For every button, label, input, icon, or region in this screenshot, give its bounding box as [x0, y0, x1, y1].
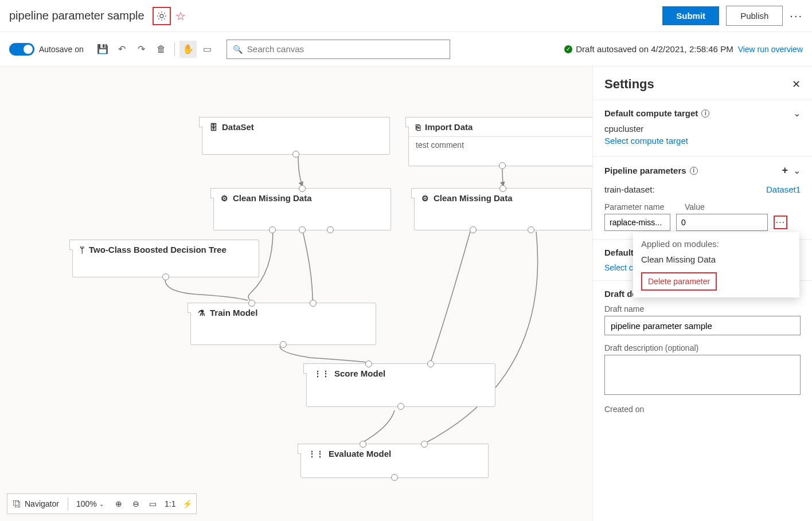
canvas[interactable]: 🗄DataSet ⎘Import Data test comment ⚙Clea…: [0, 66, 592, 521]
draft-name-input[interactable]: [604, 316, 801, 335]
node-clean-missing-1[interactable]: ⚙Clean Missing Data: [213, 188, 391, 230]
pan-icon[interactable]: ✋: [179, 41, 197, 58]
draft-desc-label: Draft description (optional): [604, 343, 801, 352]
node-clean-missing-2[interactable]: ⚙Clean Missing Data: [414, 188, 592, 230]
redo-icon[interactable]: ↷: [133, 41, 150, 58]
search-canvas[interactable]: 🔍: [227, 40, 450, 59]
navigator-button[interactable]: ⿻Navigator: [7, 494, 65, 514]
node-dataset[interactable]: 🗄DataSet: [202, 117, 390, 155]
main-area: 🗄DataSet ⎘Import Data test comment ⚙Clea…: [0, 66, 812, 521]
created-on-label: Created on: [604, 405, 801, 414]
view-run-link[interactable]: View run overview: [738, 45, 803, 54]
import-icon: ⎘: [416, 123, 420, 132]
gear-icon: ⚙: [421, 194, 429, 203]
param-popover: Applied on modules: Clean Missing Data D…: [633, 232, 799, 297]
node-train-model[interactable]: ⚗Train Model: [190, 303, 376, 345]
chevron-down-icon[interactable]: ⌄: [794, 166, 801, 175]
settings-icon-button[interactable]: [153, 7, 171, 25]
col-param-name: Parameter name: [604, 202, 673, 211]
settings-panel: Settings ✕ Default compute target i ⌄ cp…: [592, 66, 812, 521]
close-icon[interactable]: ✕: [792, 78, 801, 91]
undo-icon[interactable]: ↶: [114, 41, 131, 58]
autosave-label: Autosave on: [39, 45, 84, 54]
node-score-model[interactable]: ⋮⋮Score Model: [306, 363, 495, 407]
search-input[interactable]: [247, 44, 444, 54]
success-icon: [564, 45, 572, 53]
zoom-out-icon[interactable]: ⊖: [127, 499, 145, 508]
delete-parameter-button[interactable]: Delete parameter: [641, 272, 717, 291]
autosave-status: Draft autosaved on 4/2/2021, 2:58:46 PM: [576, 44, 733, 54]
param-name-input[interactable]: [604, 214, 670, 231]
popover-title: Applied on modules:: [641, 239, 791, 249]
draft-details-section: Draft details ⌄ Draft name Draft descrip…: [593, 280, 812, 422]
info-icon[interactable]: i: [690, 167, 698, 175]
save-icon[interactable]: 💾: [94, 41, 111, 58]
search-icon: 🔍: [233, 45, 243, 54]
param-value-input[interactable]: [676, 214, 768, 231]
favorite-star-icon[interactable]: ☆: [175, 9, 186, 23]
pipeline-params-section: Pipeline parameters i + ⌄ train-dataset:…: [593, 156, 812, 239]
score-icon: ⋮⋮: [314, 369, 330, 378]
node-decision-tree[interactable]: ᛘTwo-Class Boosted Decision Tree: [72, 240, 259, 277]
more-menu-icon[interactable]: ···: [790, 9, 803, 22]
zoom-level[interactable]: 100%⌄: [71, 494, 110, 514]
publish-button[interactable]: Publish: [726, 6, 783, 26]
param-row-label: train-dataset:: [604, 185, 655, 194]
col-param-value: Value: [685, 202, 705, 211]
node-import-data[interactable]: ⎘Import Data test comment: [408, 117, 592, 166]
navigator-icon: ⿻: [13, 499, 21, 508]
gear-icon: [156, 10, 167, 22]
param-row-value-link[interactable]: Dataset1: [766, 185, 801, 194]
draft-name-label: Draft name: [604, 304, 801, 314]
compute-section: Default compute target i ⌄ cpucluster Se…: [593, 100, 812, 156]
chevron-down-icon: ⌄: [99, 501, 104, 507]
fit-screen-icon[interactable]: ▭: [145, 499, 162, 508]
dataset-icon: 🗄: [209, 123, 217, 132]
submit-button[interactable]: Submit: [662, 6, 719, 25]
zoom-in-icon[interactable]: ⊕: [110, 499, 127, 508]
delete-icon[interactable]: 🗑: [153, 41, 170, 58]
auto-layout-icon[interactable]: ⚡: [179, 499, 196, 508]
select-icon[interactable]: ▭: [199, 41, 216, 58]
select-compute-link[interactable]: Select compute target: [604, 136, 801, 146]
param-more-icon[interactable]: ···: [774, 216, 787, 229]
panel-title: Settings: [604, 77, 792, 92]
top-bar: pipeline parameter sample ☆ Submit Publi…: [0, 0, 812, 32]
actual-size-icon[interactable]: 1:1: [162, 499, 179, 508]
autosave-toggle[interactable]: [9, 43, 34, 56]
evaluate-icon: ⋮⋮: [308, 449, 324, 459]
gear-icon: ⚙: [221, 194, 228, 203]
node-evaluate-model[interactable]: ⋮⋮Evaluate Model: [300, 444, 489, 478]
tree-icon: ᛘ: [80, 245, 84, 254]
popover-module: Clean Missing Data: [641, 254, 791, 264]
draft-desc-textarea[interactable]: [604, 355, 801, 395]
select-link-partial[interactable]: Select c: [604, 263, 633, 272]
train-icon: ⚗: [198, 308, 205, 318]
compute-target-value: cpucluster: [604, 124, 801, 134]
svg-point-0: [160, 14, 163, 18]
bottom-toolbar: ⿻Navigator 100%⌄ ⊕ ⊖ ▭ 1:1 ⚡: [7, 493, 197, 514]
pipeline-title: pipeline parameter sample: [9, 9, 145, 22]
toolbar: Autosave on 💾 ↶ ↷ 🗑 ✋ ▭ 🔍 Draft autosave…: [0, 32, 812, 66]
add-parameter-icon[interactable]: +: [782, 164, 788, 177]
info-icon[interactable]: i: [701, 109, 709, 117]
chevron-down-icon[interactable]: ⌄: [794, 109, 801, 118]
